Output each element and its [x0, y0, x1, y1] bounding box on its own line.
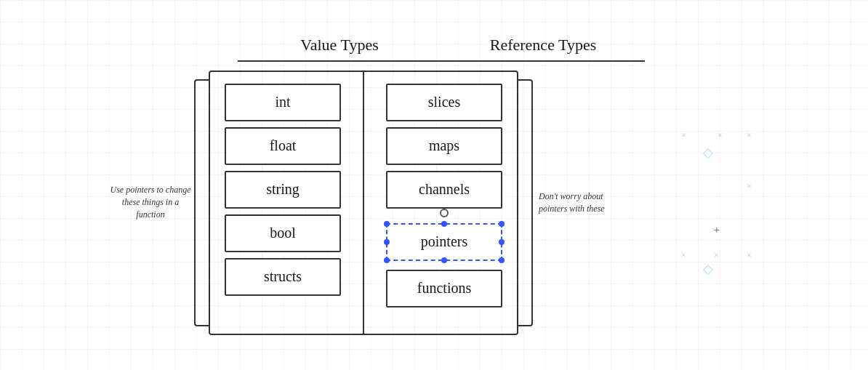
- deco-x-2: ×: [718, 130, 723, 141]
- type-float: float: [225, 127, 341, 165]
- decorative-area: × × × ◇ × + × × × ◇: [674, 123, 761, 283]
- main-content: Value Types Reference Types Use pointers…: [107, 36, 761, 335]
- deco-x-5: ×: [681, 250, 686, 261]
- type-slices: slices: [386, 84, 502, 121]
- value-types-column: int float string bool structs: [210, 72, 355, 334]
- inner-box: int float string bool structs slices map…: [209, 71, 518, 335]
- deco-x-4: ×: [747, 181, 752, 192]
- type-bool: bool: [225, 214, 341, 252]
- deco-diamond-top: ◇: [703, 145, 713, 161]
- value-types-header: Value Types: [252, 36, 427, 55]
- type-structs: structs: [225, 258, 341, 296]
- deco-x-7: ×: [747, 250, 752, 261]
- type-int: int: [225, 84, 341, 121]
- reference-types-header: Reference Types: [456, 36, 630, 55]
- deco-diamond-bottom: ◇: [703, 261, 713, 277]
- type-string: string: [225, 171, 341, 209]
- deco-x-1: ×: [681, 130, 686, 141]
- type-channels: channels: [386, 171, 502, 209]
- header-divider: [238, 60, 645, 62]
- deco-x-6: ×: [714, 250, 719, 261]
- type-functions: functions: [386, 270, 502, 307]
- left-annotation: Use pointers to change these things in a…: [107, 184, 194, 220]
- vertical-divider: [363, 72, 364, 334]
- reference-types-column: slices maps channels pointers: [371, 72, 517, 334]
- deco-x-3: ×: [747, 130, 752, 141]
- columns-area: Use pointers to change these things in a…: [107, 71, 761, 335]
- right-annotation: Don't worry about pointers with these: [533, 190, 627, 215]
- left-bracket: [194, 79, 209, 326]
- deco-plus: +: [714, 225, 720, 236]
- right-bracket: [518, 79, 533, 326]
- connector-handle: [440, 209, 449, 217]
- diagram-container: Value Types Reference Types Use pointers…: [0, 0, 868, 370]
- type-maps: maps: [386, 127, 502, 165]
- headers-row: Value Types Reference Types: [238, 36, 645, 55]
- type-pointers: pointers: [386, 223, 502, 261]
